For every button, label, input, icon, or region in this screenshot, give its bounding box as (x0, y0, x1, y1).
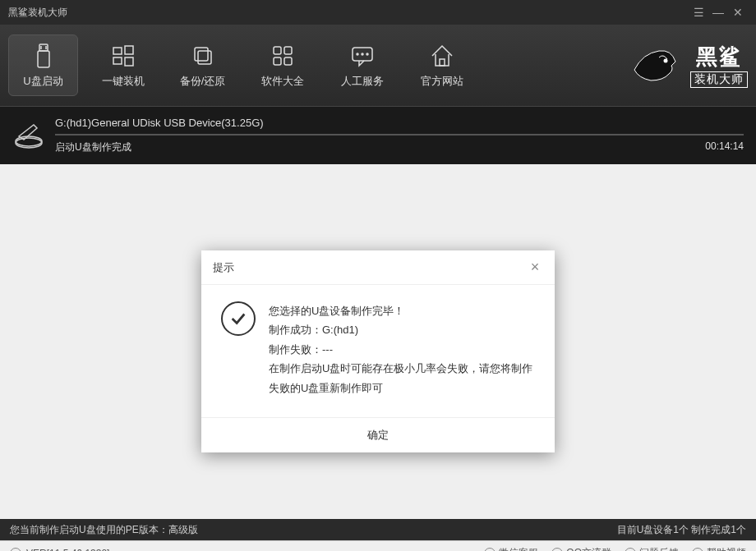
tool-usb-boot[interactable]: U盘启动 (8, 34, 78, 96)
version-text: VER[11.5.46.1330] (26, 548, 109, 552)
tool-label: 人工服务 (341, 74, 384, 89)
svg-point-19 (664, 58, 668, 62)
tool-software[interactable]: 软件大全 (247, 34, 317, 96)
disk-write-icon (12, 122, 45, 149)
device-time: 00:14:14 (705, 140, 744, 154)
backup-icon (190, 43, 216, 69)
version-icon: V (10, 548, 21, 552)
dialog-overlay: 提示 × 您选择的U盘设备制作完毕！ 制作成功：G:(hd1) 制作失败：---… (0, 164, 756, 519)
help-icon: ? (692, 548, 703, 552)
qq-icon: Q (551, 548, 563, 552)
dialog-close-button[interactable]: × (527, 259, 543, 276)
tool-website[interactable]: 官方网站 (407, 34, 477, 96)
shark-icon (626, 41, 684, 90)
dialog-body: 您选择的U盘设备制作完毕！ 制作成功：G:(hd1) 制作失败：--- 在制作启… (201, 285, 555, 417)
success-check-icon (221, 301, 256, 336)
brand-line1: 黑鲨 (696, 43, 742, 71)
dialog-title: 提示 (213, 260, 527, 275)
tool-label: U盘启动 (23, 74, 62, 89)
svg-rect-10 (274, 47, 281, 54)
svg-rect-1 (38, 51, 49, 67)
progress-bar (55, 134, 744, 135)
home-icon (429, 43, 455, 69)
tool-oneclick[interactable]: 一键装机 (88, 34, 158, 96)
windows-icon (110, 43, 136, 69)
feedback-link[interactable]: !问题反馈 (625, 546, 679, 551)
minimize-icon[interactable]: — (708, 6, 728, 19)
brand-logo: 黑鲨 装机大师 (626, 41, 748, 90)
svg-rect-8 (195, 48, 208, 61)
status-bar: 您当前制作启动U盘使用的PE版本：高级版 目前U盘设备1个 制作完成1个 (0, 519, 756, 540)
svg-rect-13 (284, 57, 292, 65)
window-title: 黑鲨装机大师 (8, 6, 689, 20)
dialog-ok-label: 确定 (367, 429, 389, 441)
svg-point-15 (357, 53, 358, 55)
tool-label: 官方网站 (421, 74, 463, 89)
wechat-icon: ✉ (484, 548, 496, 552)
brand-line2: 装机大师 (690, 71, 748, 88)
main-toolbar: U盘启动 一键装机 备份/还原 软件大全 人工服务 官方网站 黑鲨 装机大师 (0, 25, 756, 107)
dialog-line1: 您选择的U盘设备制作完毕！ (269, 301, 535, 320)
chat-icon (349, 43, 376, 69)
tool-label: 软件大全 (261, 74, 304, 89)
menu-icon[interactable]: ☰ (689, 6, 708, 19)
close-icon[interactable]: ✕ (728, 6, 748, 19)
usb-icon (30, 43, 57, 69)
dialog-header: 提示 × (201, 250, 555, 285)
dialog-line3: 制作失败：--- (269, 340, 535, 359)
dialog: 提示 × 您选择的U盘设备制作完毕！ 制作成功：G:(hd1) 制作失败：---… (201, 250, 555, 452)
svg-rect-6 (113, 57, 122, 64)
feedback-icon: ! (625, 548, 636, 552)
tool-label: 备份/还原 (180, 74, 226, 89)
svg-rect-4 (113, 48, 122, 54)
svg-point-16 (362, 53, 363, 55)
pe-version-text: 您当前制作启动U盘使用的PE版本：高级版 (10, 523, 617, 537)
dialog-line2: 制作成功：G:(hd1) (269, 320, 535, 339)
svg-rect-9 (198, 51, 211, 64)
content-area: 提示 × 您选择的U盘设备制作完毕！ 制作成功：G:(hd1) 制作失败：---… (0, 164, 756, 519)
svg-rect-12 (274, 57, 281, 65)
device-status: 启动U盘制作完成 (55, 140, 131, 154)
svg-rect-11 (284, 47, 292, 54)
version-bar: V VER[11.5.46.1330] ✉微信客服 QQQ交流群 !问题反馈 ?… (0, 540, 756, 551)
dialog-ok-button[interactable]: 确定 (201, 417, 555, 452)
device-bar: G:(hd1)General UDisk USB Device(31.25G) … (0, 107, 756, 164)
svg-rect-7 (125, 57, 133, 66)
device-name: G:(hd1)General UDisk USB Device(31.25G) (55, 117, 744, 129)
dialog-line4: 在制作启动U盘时可能存在极小几率会失败，请您将制作失败的U盘重新制作即可 (269, 359, 535, 397)
svg-point-17 (366, 53, 368, 55)
device-count-text: 目前U盘设备1个 制作完成1个 (617, 523, 746, 537)
svg-rect-18 (440, 59, 445, 66)
help-link[interactable]: ?帮助视频 (692, 546, 746, 551)
title-bar: 黑鲨装机大师 ☰ — ✕ (0, 0, 756, 25)
tool-label: 一键装机 (102, 74, 145, 89)
wechat-link[interactable]: ✉微信客服 (484, 546, 538, 551)
dialog-message: 您选择的U盘设备制作完毕！ 制作成功：G:(hd1) 制作失败：--- 在制作启… (269, 301, 535, 397)
apps-icon (270, 43, 296, 69)
tool-service[interactable]: 人工服务 (327, 34, 397, 96)
svg-rect-5 (125, 46, 133, 54)
qq-link[interactable]: QQQ交流群 (551, 546, 611, 551)
tool-backup[interactable]: 备份/还原 (168, 34, 237, 96)
